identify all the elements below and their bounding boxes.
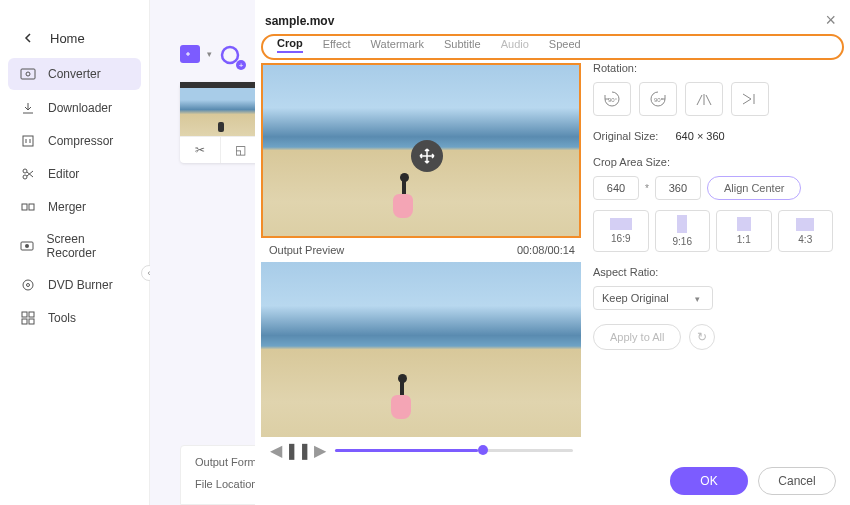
tab-speed[interactable]: Speed (549, 36, 581, 52)
nav-label: Downloader (48, 101, 112, 115)
nav-home[interactable]: Home (0, 20, 149, 56)
output-preview-label: Output Preview (269, 244, 344, 256)
thumbnail-image (180, 88, 260, 136)
playback-slider[interactable] (335, 449, 573, 452)
converter-icon (20, 66, 36, 82)
download-icon (20, 100, 36, 116)
svg-rect-5 (22, 204, 27, 210)
tab-watermark[interactable]: Watermark (371, 36, 424, 52)
nav-downloader[interactable]: Downloader (0, 92, 149, 124)
nav-tools[interactable]: Tools (0, 302, 149, 334)
aspect-ratio-select[interactable]: Keep Original (593, 286, 713, 310)
original-size-value: 640 × 360 (675, 130, 724, 142)
svg-point-16 (222, 47, 238, 63)
flip-vertical-button[interactable] (731, 82, 769, 116)
nav-home-label: Home (50, 31, 85, 46)
nav-compressor[interactable]: Compressor (0, 125, 149, 157)
file-location-label: File Location: (195, 478, 260, 490)
svg-rect-6 (29, 204, 34, 210)
crop-settings-panel: Rotation: 90° 90° Original Size: 640 × 3… (593, 62, 843, 350)
editor-tabs: Crop Effect Watermark Subtitle Audio Spe… (261, 34, 844, 60)
nav-label: Tools (48, 311, 76, 325)
scissors-icon (20, 166, 36, 182)
nav-label: Screen Recorder (47, 232, 129, 260)
close-button[interactable]: × (825, 10, 836, 31)
tab-crop[interactable]: Crop (277, 35, 303, 53)
svg-rect-0 (21, 69, 35, 79)
app-sidebar: Home Converter Downloader Compressor Edi… (0, 0, 150, 505)
clip-thumbnail[interactable]: ✂ ◱ (180, 82, 260, 163)
nav-screen-recorder[interactable]: Screen Recorder (0, 224, 149, 268)
next-frame-button[interactable]: ▶ (313, 443, 327, 457)
align-center-button[interactable]: Align Center (707, 176, 802, 200)
crop-width-input[interactable] (593, 176, 639, 200)
aspect-4-3-button[interactable]: 4:3 (778, 210, 834, 252)
add-file-button[interactable]: ▾ (180, 45, 202, 67)
nav-label: Converter (48, 67, 101, 81)
flip-horizontal-button[interactable] (685, 82, 723, 116)
rotation-label: Rotation: (593, 62, 833, 74)
rotate-cw-button[interactable]: 90° (639, 82, 677, 116)
aspect-ratio-label: Aspect Ratio: (593, 266, 833, 278)
tab-subtitle[interactable]: Subtitle (444, 36, 481, 52)
compress-icon (20, 133, 36, 149)
nav-label: Compressor (48, 134, 113, 148)
tab-audio[interactable]: Audio (501, 36, 529, 52)
ok-button[interactable]: OK (670, 467, 748, 495)
svg-rect-14 (29, 319, 34, 324)
nav-converter[interactable]: Converter (8, 58, 141, 90)
apply-to-all-button[interactable]: Apply to All (593, 324, 681, 350)
move-icon[interactable] (411, 140, 443, 172)
svg-text:90°: 90° (608, 97, 618, 103)
prev-frame-button[interactable]: ◀ (269, 443, 283, 457)
merge-icon (20, 199, 36, 215)
back-icon (20, 30, 36, 46)
svg-point-10 (27, 284, 30, 287)
reset-button[interactable]: ↻ (689, 324, 715, 350)
rotate-ccw-button[interactable]: 90° (593, 82, 631, 116)
video-subject (393, 173, 415, 228)
multiply-icon: * (645, 183, 649, 194)
crop-area-label: Crop Area Size: (593, 156, 833, 168)
svg-rect-2 (23, 136, 33, 146)
svg-point-8 (25, 244, 29, 248)
crop-editor-modal: × sample.mov Crop Effect Watermark Subti… (255, 0, 850, 505)
add-circle-button[interactable]: + (220, 45, 242, 67)
nav-dvd-burner[interactable]: DVD Burner (0, 269, 149, 301)
grid-icon (20, 310, 36, 326)
crop-frame[interactable] (261, 63, 581, 238)
aspect-1-1-button[interactable]: 1:1 (716, 210, 772, 252)
video-subject (391, 374, 413, 429)
modal-filename: sample.mov (255, 0, 850, 34)
pause-button[interactable]: ❚❚ (291, 443, 305, 457)
chevron-down-icon: ▾ (207, 49, 212, 59)
tab-effect[interactable]: Effect (323, 36, 351, 52)
cancel-button[interactable]: Cancel (758, 467, 836, 495)
nav-merger[interactable]: Merger (0, 191, 149, 223)
nav-editor[interactable]: Editor (0, 158, 149, 190)
svg-rect-11 (22, 312, 27, 317)
svg-rect-13 (22, 319, 27, 324)
nav-label: Editor (48, 167, 79, 181)
file-icon (180, 45, 200, 63)
output-preview-frame (261, 262, 581, 437)
svg-rect-12 (29, 312, 34, 317)
svg-point-1 (26, 72, 30, 76)
plus-icon: + (236, 60, 246, 70)
svg-point-3 (23, 169, 27, 173)
thumb-cut-button[interactable]: ✂ (180, 137, 221, 163)
aspect-16-9-button[interactable]: 16:9 (593, 210, 649, 252)
nav-label: Merger (48, 200, 86, 214)
crop-height-input[interactable] (655, 176, 701, 200)
playback-controls: ◀ ❚❚ ▶ (261, 437, 581, 463)
timecode: 00:08/00:14 (517, 244, 575, 256)
aspect-9-16-button[interactable]: 9:16 (655, 210, 711, 252)
nav-label: DVD Burner (48, 278, 113, 292)
disc-icon (20, 277, 36, 293)
svg-point-4 (23, 175, 27, 179)
svg-point-9 (23, 280, 33, 290)
original-size-label: Original Size: (593, 130, 658, 142)
record-icon (20, 238, 35, 254)
svg-text:90°: 90° (654, 97, 664, 103)
